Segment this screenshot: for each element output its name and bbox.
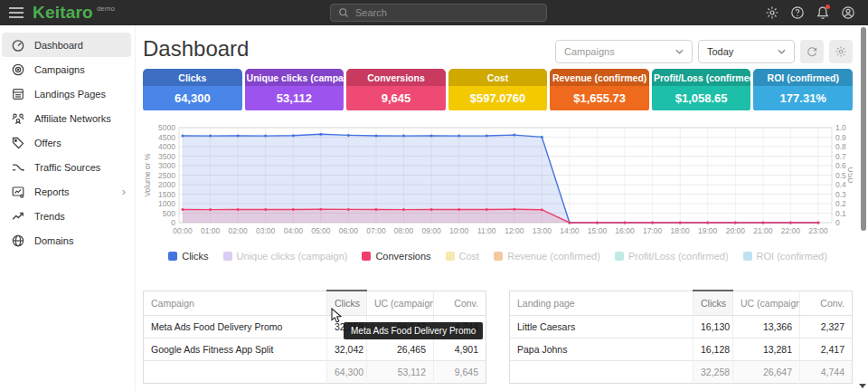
- column-header-clicks[interactable]: Clicks: [327, 291, 367, 316]
- sidebar-item-label: Affiliate Networks: [34, 113, 111, 124]
- table-cell-value: 32,042: [327, 339, 367, 361]
- legend-item-unique-clicks-campaign[interactable]: Unique clicks (campaign): [223, 249, 348, 263]
- sidebar-item-dashboard[interactable]: Dashboard: [2, 33, 131, 57]
- table-cell-name: Little Caesars: [510, 316, 693, 339]
- reports-icon: [11, 185, 25, 199]
- chart-legend: ClicksUnique clicks (campaign)Conversion…: [143, 249, 853, 263]
- legend-item-cost[interactable]: Cost: [446, 249, 480, 263]
- campaigns-filter-label: Campaigns: [564, 46, 615, 57]
- svg-text:1000: 1000: [158, 199, 175, 208]
- svg-text:19:00: 19:00: [698, 226, 718, 235]
- column-header-uc-campaign[interactable]: UC (campaign): [367, 291, 434, 316]
- svg-text:03:00: 03:00: [256, 226, 276, 235]
- page-header: Dashboard Campaigns Today: [143, 25, 853, 69]
- date-range-label: Today: [707, 46, 733, 57]
- stat-card-value: 53,112: [245, 86, 344, 110]
- legend-swatch: [168, 252, 177, 261]
- stat-card-label: Clicks: [143, 69, 242, 86]
- sidebar-item-reports[interactable]: Reports›: [2, 179, 131, 204]
- svg-text:05:00: 05:00: [311, 226, 331, 235]
- svg-text:4500: 4500: [158, 133, 175, 142]
- legend-item-revenue-confirmed[interactable]: Revenue (confirmed): [494, 249, 600, 263]
- table-total-cell: 26,647: [733, 361, 800, 384]
- sidebar-item-trends[interactable]: Trends: [2, 204, 131, 228]
- campaigns-filter-select[interactable]: Campaigns: [555, 40, 693, 63]
- help-icon[interactable]: [790, 5, 805, 20]
- sidebar-item-label: Trends: [34, 211, 65, 222]
- sidebar-nav: DashboardCampaignsLandings PagesAffiliat…: [0, 33, 135, 253]
- sidebar-item-offers[interactable]: Offers: [2, 130, 131, 155]
- notifications-icon[interactable]: [816, 5, 830, 20]
- date-range-select[interactable]: Today: [698, 40, 795, 63]
- svg-text:0.7: 0.7: [835, 152, 846, 161]
- sidebar-item-landings-pages[interactable]: Landings Pages: [2, 81, 131, 106]
- svg-text:4000: 4000: [158, 142, 175, 151]
- table-row[interactable]: Papa Johns16,12813,2812,417: [510, 339, 853, 361]
- sidebar-item-traffic-sources[interactable]: Traffic Sources: [2, 155, 131, 179]
- stat-card-clicks: Clicks64,300: [143, 69, 242, 112]
- legend-label: Profit/Loss (confirmed): [628, 251, 729, 262]
- hamburger-menu-icon[interactable]: [8, 6, 24, 19]
- legend-label: Cost: [459, 251, 480, 262]
- topbar-actions: [765, 0, 855, 25]
- sidebar-item-campaigns[interactable]: Campaigns: [2, 57, 131, 81]
- table-total-cell: 53,112: [367, 361, 434, 384]
- scrollbar-thumb[interactable]: [861, 27, 866, 231]
- table-total-cell: 9,645: [434, 361, 486, 384]
- sidebar-item-label: Dashboard: [34, 40, 83, 51]
- app-logo[interactable]: Keitaro: [33, 3, 93, 23]
- refresh-button[interactable]: [800, 40, 824, 63]
- svg-text:02:00: 02:00: [228, 226, 248, 235]
- sidebar-item-affiliate-networks[interactable]: Affiliate Networks: [2, 106, 131, 130]
- legend-swatch: [446, 252, 455, 261]
- legend-item-clicks[interactable]: Clicks: [168, 249, 208, 263]
- search-input[interactable]: [355, 7, 539, 18]
- table-total-cell: 32,258: [693, 361, 733, 384]
- column-header-conv[interactable]: Conv.: [434, 291, 486, 316]
- svg-text:08:00: 08:00: [394, 226, 414, 235]
- table-row[interactable]: Little Caesars16,13013,3662,327: [510, 316, 853, 339]
- table-cell-value: 2,327: [800, 316, 853, 339]
- column-header-uc-campaign[interactable]: UC (campaign): [733, 291, 800, 316]
- sidebar-item-domains[interactable]: Domains: [2, 228, 131, 253]
- settings-icon[interactable]: [765, 5, 779, 20]
- svg-text:09:00: 09:00: [421, 226, 441, 235]
- landing-pages-table: Landing pageClicksUC (campaign)Conv.Litt…: [509, 290, 853, 384]
- scrollbar-down-arrow-icon[interactable]: [859, 384, 866, 388]
- svg-text:2000: 2000: [158, 180, 175, 189]
- svg-text:04:00: 04:00: [284, 226, 304, 235]
- chevron-right-icon: ›: [122, 186, 126, 197]
- legend-swatch: [615, 252, 624, 261]
- stat-card-value: $1,655.73: [550, 86, 649, 110]
- svg-text:0.2: 0.2: [835, 199, 846, 208]
- sidebar-item-label: Landings Pages: [34, 89, 106, 100]
- svg-text:06:00: 06:00: [339, 226, 359, 235]
- table-cell-value: 16,128: [693, 339, 733, 361]
- affiliate-icon: [11, 111, 25, 126]
- stat-cards-row: Clicks64,300Unique clicks (campaign)53,1…: [143, 69, 853, 112]
- svg-text:13:00: 13:00: [533, 226, 552, 235]
- table-cell-name: Google Ads Fitness App Split: [144, 339, 327, 361]
- table-cell-name: Meta Ads Food Delivery Promo: [144, 316, 327, 339]
- svg-text:00:00: 00:00: [173, 226, 193, 235]
- legend-item-conversions[interactable]: Conversions: [362, 249, 430, 263]
- svg-text:22:00: 22:00: [781, 226, 801, 235]
- stat-card-value: $1,058.65: [652, 86, 751, 110]
- column-header-campaign[interactable]: Campaign: [144, 291, 327, 316]
- legend-item-roi-confirmed[interactable]: ROI (confirmed): [743, 249, 827, 263]
- svg-text:11:00: 11:00: [477, 226, 496, 235]
- offers-icon: [11, 136, 25, 150]
- stat-card-profit-loss-confirmed: Profit/Loss (confirmed)$1,058.65: [652, 69, 751, 112]
- table-row[interactable]: Google Ads Fitness App Split32,04226,465…: [144, 339, 486, 361]
- legend-item-profit-loss-confirmed[interactable]: Profit/Loss (confirmed): [615, 249, 729, 263]
- dashboard-settings-button[interactable]: [829, 40, 853, 63]
- global-search[interactable]: [330, 4, 547, 22]
- svg-text:0.6: 0.6: [835, 161, 846, 170]
- svg-text:1.0: 1.0: [835, 123, 846, 132]
- column-header-clicks[interactable]: Clicks: [693, 291, 733, 316]
- account-icon[interactable]: [841, 5, 855, 20]
- stat-card-label: Cost: [448, 69, 548, 86]
- column-header-conv[interactable]: Conv.: [800, 291, 853, 316]
- sidebar-item-label: Reports: [34, 186, 70, 197]
- column-header-landing-page[interactable]: Landing page: [510, 291, 693, 316]
